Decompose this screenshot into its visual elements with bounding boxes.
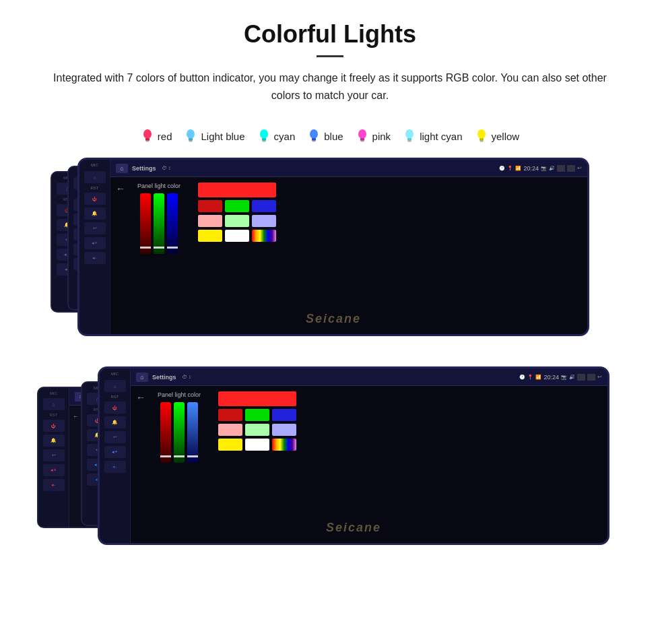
bulb-icon-yellow (475, 128, 488, 144)
home-icon-top[interactable]: ⌂ (116, 164, 128, 173)
color-label-yellow: yellow (492, 131, 520, 142)
home-icon-bottom[interactable]: ⌂ (136, 373, 148, 382)
device-main-area-bottom: ⌂ Settings ⏱ ↕ 🕐 📍 📶 20:24 📷 (131, 368, 607, 543)
device-topbar-bottom: ⌂ Settings ⏱ ↕ 🕐 📍 📶 20:24 📷 (131, 368, 607, 386)
grid-cell-green-top[interactable] (225, 200, 249, 212)
grid-cell-lightblue-top[interactable] (252, 215, 276, 227)
panel-label-bottom: Panel light color (158, 391, 201, 398)
grid-cell-lightgreen-bottom[interactable] (245, 424, 269, 436)
grid-cell-yellow-top[interactable] (198, 230, 222, 242)
svg-point-9 (310, 129, 318, 139)
svg-point-3 (187, 129, 195, 139)
back-arrow-bottom[interactable]: ← (136, 391, 145, 538)
grid-row-1-top (198, 183, 276, 197)
svg-rect-13 (360, 138, 364, 141)
grid-cell-white-top[interactable] (225, 230, 249, 242)
grid-cell-blue-bottom[interactable] (272, 409, 296, 421)
slider-green-top[interactable] (154, 193, 164, 254)
color-grid-bottom (218, 391, 296, 538)
svg-point-6 (260, 129, 268, 139)
vol-up-top[interactable]: ◂+ (84, 237, 106, 249)
panel-light-bottom: Panel light color (158, 391, 201, 538)
page-wrapper: Colorful Lights Integrated with 7 colors… (0, 0, 660, 575)
svg-rect-16 (407, 138, 411, 141)
rst-label-top: RST (81, 186, 108, 190)
color-item-lightcyan: light cyan (403, 128, 462, 144)
color-label-cyan: cyan (274, 131, 296, 142)
bulb-icon-lightcyan (403, 128, 416, 144)
color-item-yellow: yellow (475, 128, 520, 144)
slider-red-bottom[interactable] (160, 402, 171, 463)
back-btn-bottom[interactable]: ↩ (104, 431, 126, 443)
svg-rect-1 (145, 138, 150, 141)
svg-rect-5 (189, 141, 193, 142)
device-main-area-top: ⌂ Settings ⏱ ↕ 🕐 📍 📶 20:24 📷 (110, 160, 587, 334)
bell-btn-top[interactable]: 🔔 (84, 207, 106, 220)
grid-row-2-top (198, 200, 276, 212)
color-label-pink: pink (372, 131, 391, 142)
settings-title-bottom: Settings (152, 374, 176, 381)
svg-rect-8 (262, 141, 265, 142)
device-sidebar-bottom: MIC ⌂ RST ⏻ 🔔 ↩ ◂+ ◂- (100, 368, 131, 543)
bulb-icon-pink (356, 128, 369, 144)
grid-cell-red-top[interactable] (198, 183, 276, 197)
color-label-blue: blue (324, 131, 343, 142)
grid-cell-darkred-top[interactable] (198, 200, 222, 212)
grid-cell-rainbow-top[interactable] (252, 230, 276, 242)
power-btn-bottom[interactable]: ⏻ (104, 401, 126, 414)
vol-dn-top[interactable]: ◂- (84, 252, 106, 264)
page-title: Colorful Lights (40, 20, 620, 49)
grid-cell-darkred-bottom[interactable] (218, 409, 242, 421)
main-device-top: MIC ⌂ RST ⏻ 🔔 ↩ ◂+ ◂- ⌂ (77, 158, 589, 336)
mic-label-top: MIC (81, 163, 108, 167)
svg-rect-10 (312, 138, 316, 141)
grid-row-2-bottom (218, 409, 296, 421)
vol-dn-bottom[interactable]: ◂- (104, 461, 126, 473)
grid-cell-blue-top[interactable] (252, 200, 276, 212)
color-label-lightcyan: light cyan (420, 131, 462, 142)
grid-cell-red-bottom[interactable] (218, 391, 296, 406)
color-item-red: red (141, 128, 172, 144)
settings-icons-bottom: ⏱ ↕ (182, 374, 191, 380)
svg-rect-7 (262, 138, 266, 141)
grid-row-1-bottom (218, 391, 296, 406)
svg-point-12 (358, 129, 366, 139)
home-btn-top[interactable]: ⌂ (84, 171, 106, 183)
color-label-red: red (158, 131, 172, 142)
color-item-pink: pink (356, 128, 391, 144)
color-sliders-bottom (160, 402, 198, 463)
bell-btn-bottom[interactable]: 🔔 (104, 416, 126, 428)
settings-title-top: Settings (132, 165, 156, 172)
description-text: Integrated with 7 colors of button indic… (40, 69, 620, 104)
mic-label-bottom: MIC (102, 372, 128, 376)
grid-cell-lightblue-bottom[interactable] (272, 424, 296, 436)
grid-cell-lightpink-top[interactable] (198, 215, 222, 227)
device-body-bottom: ← Panel light color (131, 386, 607, 543)
color-item-blue: blue (307, 128, 343, 144)
home-btn-bottom[interactable]: ⌂ (104, 380, 126, 392)
slider-blue-top[interactable] (167, 193, 178, 254)
grid-row-3-top (198, 215, 276, 227)
settings-icons-top: ⏱ ↕ (162, 165, 171, 171)
grid-cell-lightgreen-top[interactable] (225, 215, 249, 227)
device-topbar-top: ⌂ Settings ⏱ ↕ 🕐 📍 📶 20:24 📷 (110, 160, 587, 177)
bulb-icon-red (141, 128, 154, 144)
back-btn-top[interactable]: ↩ (84, 222, 106, 234)
svg-rect-11 (312, 141, 316, 142)
grid-cell-lightpink-bottom[interactable] (218, 424, 242, 436)
grid-cell-white-bottom[interactable] (245, 439, 269, 451)
grid-row-4-bottom (218, 439, 296, 451)
vol-up-bottom[interactable]: ◂+ (104, 446, 126, 458)
color-item-cyan: cyan (257, 128, 296, 144)
grid-cell-green-bottom[interactable] (245, 409, 269, 421)
grid-row-4-top (198, 230, 276, 242)
grid-cell-rainbow-bottom[interactable] (272, 439, 296, 451)
slider-red-top[interactable] (140, 193, 151, 254)
back-arrow-top[interactable]: ← (116, 183, 125, 329)
color-grid-top (198, 183, 276, 329)
slider-blue-bottom[interactable] (187, 402, 198, 463)
slider-green-bottom[interactable] (174, 402, 185, 463)
grid-cell-yellow-bottom[interactable] (218, 439, 242, 451)
main-device-bottom: MIC ⌂ RST ⏻ 🔔 ↩ ◂+ ◂- ⌂ (98, 366, 609, 545)
power-btn-top[interactable]: ⏻ (84, 193, 106, 205)
